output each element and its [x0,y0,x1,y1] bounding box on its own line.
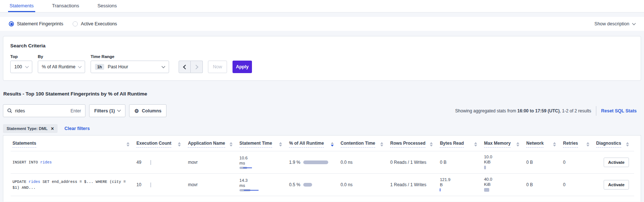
sort-icon [178,142,181,147]
prev-time-button[interactable] [179,61,191,73]
radio-statement-fingerprints[interactable]: Statement Fingerprints [9,21,63,26]
show-description-toggle[interactable]: Show description [594,21,635,26]
activate-diagnostics-button[interactable]: Activate [604,158,629,167]
sort-icon [586,142,589,147]
network-cell: 0 B [524,174,561,196]
sort-icon [516,142,519,147]
time-range-select[interactable]: 1h Past Hour [91,61,169,73]
statement-cell: UPDATE rides SET end_address = $... WHER… [11,174,135,196]
bytes-read-cell: 121.9B [438,174,482,196]
chevron-down-icon [632,21,636,25]
divider [596,106,596,116]
radio-active-executions[interactable]: Active Executions [73,21,117,26]
col-header-statements[interactable]: Statements [11,136,135,151]
max-memory-cell: 40.0KiB [482,174,524,196]
statement-time-cell: 10.6ms [238,151,287,174]
col-header-pct-of-all-runtime[interactable]: % of All Runtime [287,136,339,151]
tab-statements[interactable]: Statements [8,0,35,12]
statement-time-cell: 14.3ms [238,174,287,196]
radio-unselected-icon [73,21,78,26]
col-header-diagnostics[interactable]: Diagnostics [594,136,634,151]
radio-selected-icon [9,21,14,26]
stats-range: 16:00 to 17:59 (UTC) [517,108,560,113]
col-header-statement-time[interactable]: Statement Time [238,136,287,151]
results-toolbar: Enter Filters (1) ⚙ Columns Showing aggr… [3,104,641,117]
sort-icon [553,142,556,147]
diagnostics-cell: Activate [594,151,634,174]
statement-cell: INSERT INTO rides [11,151,135,174]
max-memory-cell: 10.0KiB [482,151,524,174]
chevron-down-icon [162,64,165,68]
search-criteria-title: Search Criteria [10,43,634,48]
col-header-contention-time[interactable]: Contention Time [339,136,388,151]
contention-time-cell: 0.0 ns [339,151,388,174]
search-criteria-card: Search Criteria Top 100 By % of All Runt… [3,36,641,81]
network-cell: 0 B [524,151,561,174]
next-time-button[interactable] [191,61,203,73]
statement-time-bar [239,189,265,192]
search-box: Enter [3,104,85,117]
statements-table-card: Statements Execution Count Application N… [3,135,641,202]
col-header-application-name[interactable]: Application Name [186,136,237,151]
col-header-max-memory[interactable]: Max Memory [482,136,524,151]
col-header-bytes-read[interactable]: Bytes Read [438,136,482,151]
statement-link[interactable]: rides [40,160,52,165]
time-pager [179,61,203,73]
col-header-execution-count[interactable]: Execution Count [135,136,186,151]
gear-icon: ⚙ [134,108,139,113]
col-header-network[interactable]: Network [524,136,561,151]
by-select-value: % of All Runtime [42,64,76,69]
top-select[interactable]: 100 [10,61,32,73]
time-range-label: Time Range [91,54,169,59]
time-range-badge: 1h [95,64,104,70]
sort-icon [474,142,477,147]
clear-filters-link[interactable]: Clear filters [65,126,90,131]
remove-filter-icon[interactable]: × [51,126,54,131]
table-header-row: Statements Execution Count Application N… [11,136,634,151]
tab-transactions[interactable]: Transactions [51,0,81,12]
filters-button[interactable]: Filters (1) [89,104,125,117]
retries-cell: 0 [561,174,594,196]
diagnostics-cell: Activate [594,174,634,196]
radio-label: Statement Fingerprints [17,21,63,26]
rows-processed-cell: 0 Reads / 1 Writes [388,151,438,174]
bytes-read-cell: 0 B [438,151,482,174]
max-memory-bar [484,166,486,169]
top-field: Top 100 [10,54,32,73]
apply-button[interactable]: Apply [233,61,252,73]
sort-icon [626,142,629,147]
tab-sessions[interactable]: Sessions [96,0,118,12]
pct-runtime-cell: 0.5 % [287,174,339,196]
filter-chip-row: Statement Type: DML × Clear filters [3,124,641,133]
table-row: UPDATE rides SET end_address = $... WHER… [11,174,634,196]
col-header-rows-processed[interactable]: Rows Processed [388,136,438,151]
search-input[interactable] [15,108,67,113]
statement-link[interactable]: rides [29,180,40,184]
count-bar [150,160,151,165]
application-name-cell: movr [186,174,237,196]
reset-sql-stats-link[interactable]: Reset SQL Stats [601,108,637,113]
by-label: By [38,54,85,59]
stats-summary: Showing aggregated stats from 16:00 to 1… [455,108,591,113]
sort-icon-active-desc [331,142,334,147]
now-button[interactable]: Now [208,61,227,73]
sort-icon [127,142,129,147]
execution-count-cell: 10 [135,174,186,196]
search-icon [7,108,12,113]
top-tab-bar: Statements Transactions Sessions [0,0,644,12]
filter-chip-label: Statement Type: DML [7,126,48,131]
max-memory-bar [484,188,489,192]
col-header-retries[interactable]: Retries [561,136,594,151]
filter-chip-statement-type: Statement Type: DML × [3,124,58,133]
columns-button[interactable]: ⚙ Columns [129,104,167,117]
statement-time-bar [239,167,265,169]
activate-diagnostics-button[interactable]: Activate [604,180,629,190]
columns-button-label: Columns [142,108,161,113]
view-toggle-bar: Statement Fingerprints Active Executions… [0,17,644,31]
chevron-right-icon [194,65,198,69]
radio-label: Active Executions [81,21,117,26]
count-bar [150,183,151,187]
contention-time-cell: 0.0 ns [339,174,388,196]
chevron-left-icon [183,65,188,69]
by-select[interactable]: % of All Runtime [38,61,85,73]
